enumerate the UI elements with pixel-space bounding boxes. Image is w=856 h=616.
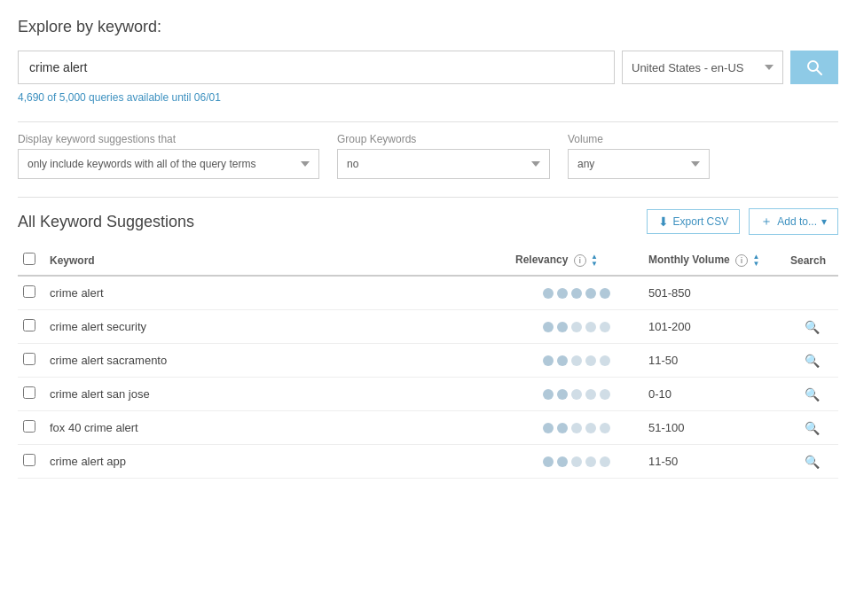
keyword-cell: fox 40 crime alert <box>44 411 510 445</box>
relevancy-dot <box>600 288 610 299</box>
relevancy-dot <box>585 288 596 299</box>
search-row: United States - en-US United Kingdom - e… <box>18 51 838 84</box>
relevancy-dot <box>571 288 582 299</box>
table-row: crime alert security101-200🔍 <box>18 310 838 344</box>
volume-cell: 51-100 <box>643 411 785 445</box>
addto-chevron-icon: ▾ <box>821 215 827 228</box>
export-label: Export CSV <box>673 215 729 228</box>
volume-info-icon[interactable]: i <box>735 254 748 267</box>
sort-down-icon-vol: ▼ <box>752 261 759 268</box>
search-cell: 🔍 <box>785 411 838 445</box>
relevancy-cell <box>510 445 643 479</box>
search-input[interactable] <box>18 51 615 84</box>
col-keyword-label: Keyword <box>50 254 95 267</box>
volume-filter-select[interactable]: any 0-10 11-50 51-100 101-200 501-850 <box>568 149 710 179</box>
filters-row: Display keyword suggestions that only in… <box>18 133 838 179</box>
relevancy-dot <box>557 322 568 332</box>
relevancy-dot <box>557 456 568 467</box>
col-search-label: Search <box>790 254 826 267</box>
row-checkbox-2[interactable] <box>23 353 35 365</box>
col-relevancy-label: Relevancy <box>515 253 568 266</box>
th-relevancy: Relevancy i ▲ ▼ <box>510 246 643 276</box>
relevancy-sort-icons[interactable]: ▲ ▼ <box>591 253 598 268</box>
export-csv-button[interactable]: ⬇ Export CSV <box>647 209 741 234</box>
relevancy-dot <box>571 456 582 467</box>
keyword-cell: crime alert sacramento <box>44 344 510 378</box>
relevancy-cell <box>510 310 643 344</box>
table-row: crime alert san jose0-10🔍 <box>18 378 838 411</box>
relevancy-dot <box>543 389 554 400</box>
row-search-icon[interactable]: 🔍 <box>805 455 820 469</box>
relevancy-dot <box>571 423 582 433</box>
row-search-icon[interactable]: 🔍 <box>805 387 820 402</box>
svg-line-1 <box>817 70 821 74</box>
relevancy-cell <box>510 411 643 445</box>
relevancy-dot <box>571 389 582 400</box>
volume-cell: 0-10 <box>643 378 785 411</box>
relevancy-dot <box>585 355 596 366</box>
relevancy-dot <box>557 423 568 433</box>
search-cell <box>785 276 838 310</box>
sort-down-icon: ▼ <box>591 261 598 268</box>
keyword-cell: crime alert <box>44 276 510 310</box>
header-actions: ⬇ Export CSV ＋ Add to... ▾ <box>647 208 838 235</box>
export-icon: ⬇ <box>658 214 669 229</box>
addto-label: Add to... <box>777 215 817 228</box>
relevancy-dot <box>543 456 554 467</box>
page-title: Explore by keyword: <box>18 18 838 36</box>
volume-cell: 101-200 <box>643 310 785 344</box>
row-checkbox-3[interactable] <box>23 386 35 399</box>
keyword-cell: crime alert san jose <box>44 378 510 411</box>
relevancy-cell <box>510 378 643 411</box>
relevancy-dot <box>600 322 610 332</box>
search-cell: 🔍 <box>785 344 838 378</box>
search-cell: 🔍 <box>785 445 838 479</box>
relevancy-dot <box>557 355 568 366</box>
addto-button[interactable]: ＋ Add to... ▾ <box>749 208 838 235</box>
th-select-all <box>18 246 44 276</box>
relevancy-dot <box>543 288 554 299</box>
row-search-icon[interactable]: 🔍 <box>805 421 820 435</box>
volume-cell: 501-850 <box>643 276 785 310</box>
display-filter-label: Display keyword suggestions that <box>18 133 319 145</box>
row-checkbox-5[interactable] <box>23 454 35 466</box>
keyword-cell: crime alert app <box>44 445 510 479</box>
display-filter-group: Display keyword suggestions that only in… <box>18 133 319 179</box>
volume-cell: 11-50 <box>643 445 785 479</box>
display-filter-select[interactable]: only include keywords with all of the qu… <box>18 149 319 179</box>
th-search: Search <box>785 246 838 276</box>
volume-sort-icons[interactable]: ▲ ▼ <box>752 253 759 268</box>
relevancy-dot <box>557 288 568 299</box>
relevancy-dot <box>600 423 610 433</box>
relevancy-dot <box>557 389 568 400</box>
table-row: crime alert app11-50🔍 <box>18 445 838 479</box>
relevancy-dot <box>600 389 610 400</box>
row-search-icon[interactable]: 🔍 <box>805 320 820 334</box>
relevancy-dot <box>543 355 554 366</box>
row-checkbox-4[interactable] <box>23 420 35 433</box>
group-filter-label: Group Keywords <box>337 133 550 145</box>
search-button[interactable] <box>790 51 838 84</box>
relevancy-dot <box>600 355 610 366</box>
select-all-checkbox[interactable] <box>23 253 35 265</box>
th-keyword: Keyword <box>44 246 510 276</box>
th-volume: Monthly Volume i ▲ ▼ <box>643 246 785 276</box>
relevancy-dot <box>543 423 554 433</box>
table-header-row: Keyword Relevancy i ▲ ▼ Monthly Volume i… <box>18 246 838 276</box>
row-checkbox-1[interactable] <box>23 319 35 331</box>
section-title: All Keyword Suggestions <box>18 213 194 231</box>
divider-2 <box>18 197 838 198</box>
keyword-table: Keyword Relevancy i ▲ ▼ Monthly Volume i… <box>18 246 838 479</box>
search-cell: 🔍 <box>785 310 838 344</box>
locale-select[interactable]: United States - en-US United Kingdom - e… <box>622 51 783 84</box>
row-checkbox-0[interactable] <box>23 285 35 298</box>
table-row: crime alert501-850 <box>18 276 838 310</box>
group-filter-select[interactable]: no yes <box>337 149 550 179</box>
keyword-cell: crime alert security <box>44 310 510 344</box>
volume-cell: 11-50 <box>643 344 785 378</box>
relevancy-info-icon[interactable]: i <box>574 254 586 267</box>
row-search-icon[interactable]: 🔍 <box>805 354 820 368</box>
table-row: crime alert sacramento11-50🔍 <box>18 344 838 378</box>
relevancy-cell <box>510 344 643 378</box>
divider-1 <box>18 121 838 122</box>
